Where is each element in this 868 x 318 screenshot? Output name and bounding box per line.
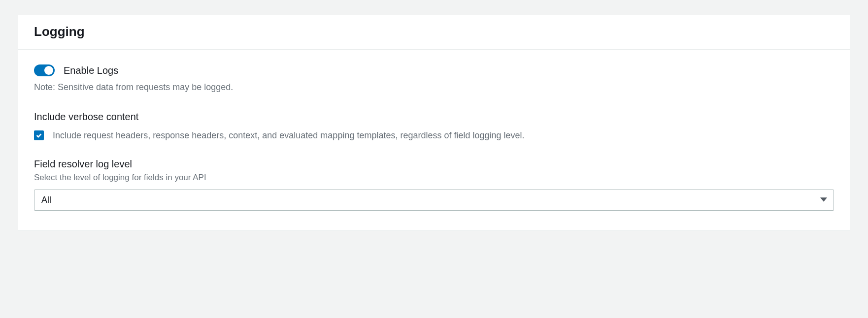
log-level-selected-value: All xyxy=(41,195,51,205)
enable-logs-row: Enable Logs xyxy=(34,64,834,76)
enable-logs-note: Note: Sensitive data from requests may b… xyxy=(34,82,834,93)
enable-logs-toggle[interactable] xyxy=(34,64,55,76)
verbose-description: Include request headers, response header… xyxy=(53,129,525,142)
page-wrapper: Logging Enable Logs Note: Sensitive data… xyxy=(0,0,868,231)
enable-logs-label: Enable Logs xyxy=(64,65,118,76)
panel-body: Enable Logs Note: Sensitive data from re… xyxy=(18,50,850,230)
log-level-title: Field resolver log level xyxy=(34,159,834,170)
verbose-checkbox[interactable] xyxy=(34,130,44,140)
verbose-title: Include verbose content xyxy=(34,111,834,123)
log-level-hint: Select the level of logging for fields i… xyxy=(34,173,834,183)
verbose-row: Include request headers, response header… xyxy=(34,129,834,142)
check-icon xyxy=(35,132,42,139)
toggle-knob xyxy=(44,66,53,75)
panel-title: Logging xyxy=(34,24,834,39)
logging-panel: Logging Enable Logs Note: Sensitive data… xyxy=(18,15,850,231)
log-level-select[interactable]: All xyxy=(34,190,834,211)
log-level-select-wrapper: All xyxy=(34,190,834,211)
panel-header: Logging xyxy=(18,15,850,50)
